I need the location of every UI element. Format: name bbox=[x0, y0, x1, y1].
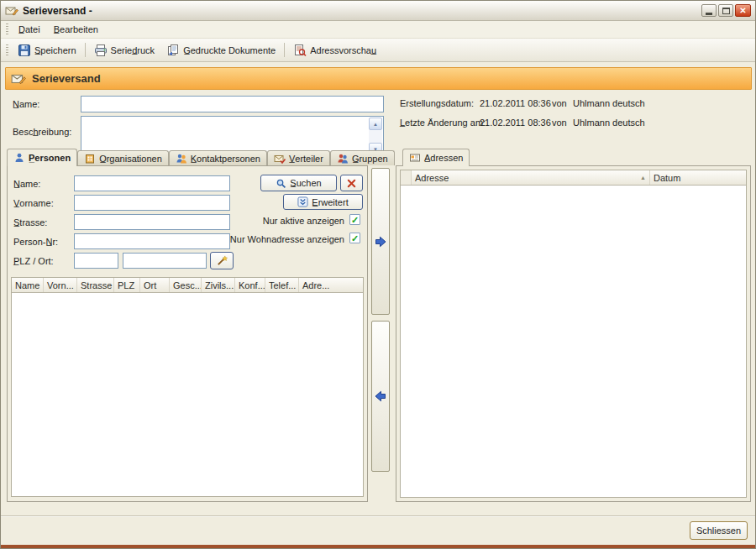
column-header-telefon[interactable]: Telef... bbox=[265, 278, 299, 292]
tab-verteiler-label: V̲erteiler bbox=[289, 154, 323, 164]
search-plz-input[interactable] bbox=[74, 253, 118, 269]
adresse-header-label: Adresse bbox=[415, 173, 449, 183]
groups-icon bbox=[337, 153, 349, 165]
modified-datetime: 21.02.2011 08:36 bbox=[480, 118, 551, 128]
menu-item-bearbeiten[interactable]: B̲earbeiten bbox=[47, 23, 105, 36]
tab-adressen-label: A̲dressen bbox=[424, 153, 463, 163]
search-ort-input[interactable] bbox=[123, 253, 207, 269]
minimize-button[interactable] bbox=[701, 4, 717, 17]
addresses-table-header: Adresse ▲ Datum bbox=[401, 170, 746, 186]
search-name-label: N̲ame: bbox=[13, 179, 40, 189]
speichern-button[interactable]: S̲peichern bbox=[12, 41, 82, 60]
tab-organisationen-label: O̲rganisationen bbox=[99, 154, 162, 164]
arrow-right-icon bbox=[374, 235, 387, 248]
column-header-strasse[interactable]: Strasse bbox=[77, 278, 114, 292]
tab-kontaktpersonen[interactable]: K̲ontaktpersonen bbox=[169, 150, 267, 165]
app-icon bbox=[5, 4, 18, 18]
column-header-adresse[interactable]: Adre... bbox=[299, 278, 363, 292]
titlebar: Serieversand - ✕ bbox=[1, 1, 755, 21]
serieversand-window: Serieversand - ✕ D̲atei B̲earbeiten S̲pe… bbox=[0, 0, 756, 549]
tab-gruppen[interactable]: G̲ruppen bbox=[330, 150, 395, 165]
menu-item-datei[interactable]: D̲atei bbox=[12, 23, 47, 36]
column-header-adresse[interactable]: Adresse ▲ bbox=[412, 170, 650, 185]
modified-by-label: von bbox=[552, 118, 567, 128]
erweitert-button[interactable]: E̲rweitert bbox=[283, 194, 363, 210]
created-row: Erstellungsdatum: 21.02.2011 08:36 von U… bbox=[1, 98, 755, 110]
footer-separator bbox=[1, 515, 755, 517]
clear-search-button[interactable] bbox=[340, 175, 363, 191]
tab-organisationen[interactable]: O̲rganisationen bbox=[77, 150, 169, 165]
maximize-button[interactable] bbox=[718, 4, 733, 17]
sort-ascending-icon: ▲ bbox=[638, 175, 646, 180]
column-header-plz[interactable]: PLZ bbox=[114, 278, 140, 292]
modified-row: L̲etzte Änderung am: 21.02.2011 08:36 vo… bbox=[1, 118, 755, 129]
column-header-ort[interactable]: Ort bbox=[140, 278, 170, 292]
wand-button[interactable] bbox=[210, 252, 234, 269]
check-icon: ✓ bbox=[351, 216, 359, 224]
column-header-zivilstand[interactable]: Zivils... bbox=[202, 278, 235, 292]
column-header-vorname[interactable]: Vorn... bbox=[44, 278, 77, 292]
search-plz-ort-label: P̲LZ / Ort: bbox=[13, 256, 54, 266]
schliessen-button[interactable]: Schliessen bbox=[690, 521, 748, 540]
tab-gruppen-label: G̲ruppen bbox=[352, 154, 388, 164]
column-header-konfession[interactable]: Konf... bbox=[235, 278, 265, 292]
persons-table-body[interactable] bbox=[12, 293, 363, 496]
search-person-nr-input[interactable] bbox=[74, 233, 230, 249]
nur-wohnadresse-label: Nur Wohnadresse anzeigen bbox=[230, 234, 344, 244]
contact-persons-icon bbox=[176, 153, 187, 165]
page-title: Serieversand bbox=[32, 72, 101, 85]
toolbar-separator bbox=[284, 43, 285, 57]
left-tabstrip: P̲ersonen O̲rganisationen K̲ontaktperson… bbox=[7, 149, 395, 166]
nur-aktive-checkbox[interactable]: ✓ bbox=[349, 214, 360, 225]
addresses-icon bbox=[409, 152, 421, 164]
created-user: Uhlmann deutsch bbox=[573, 98, 645, 108]
search-strasse-input[interactable] bbox=[74, 214, 230, 230]
adressvorschau-label: Adressvorschau̲ bbox=[310, 45, 376, 55]
tab-personen-label: P̲ersonen bbox=[29, 153, 71, 163]
check-icon: ✓ bbox=[351, 234, 359, 243]
menu-grip[interactable] bbox=[6, 24, 8, 35]
modified-user: Uhlmann deutsch bbox=[573, 118, 645, 128]
minimize-icon bbox=[706, 13, 712, 15]
move-left-button[interactable] bbox=[371, 321, 390, 472]
magnifier-icon bbox=[276, 178, 286, 189]
column-header-datum[interactable]: Datum bbox=[650, 170, 746, 185]
suchen-label: S̲uchen bbox=[290, 178, 321, 188]
modified-label: L̲etzte Änderung am: bbox=[400, 118, 486, 128]
addresses-table-body[interactable] bbox=[401, 186, 746, 497]
toolbar-grip[interactable] bbox=[6, 44, 8, 56]
printed-documents-icon bbox=[166, 44, 180, 57]
maximize-icon bbox=[722, 8, 730, 14]
schliessen-label: Schliessen bbox=[696, 525, 741, 536]
window-title: Serieversand - bbox=[23, 5, 700, 17]
created-by-label: von bbox=[552, 98, 567, 108]
nur-wohnadresse-checkbox[interactable]: ✓ bbox=[349, 233, 360, 243]
menubar: D̲atei B̲earbeiten bbox=[1, 21, 755, 39]
seriedruck-button[interactable]: Seried̲ruck bbox=[88, 41, 161, 60]
search-name-input[interactable] bbox=[74, 175, 230, 191]
addresses-table: Adresse ▲ Datum bbox=[400, 170, 747, 498]
close-icon: ✕ bbox=[739, 6, 746, 15]
page-header: Serieversand bbox=[5, 67, 752, 90]
close-button[interactable]: ✕ bbox=[735, 4, 751, 17]
gedruckte-dokumente-label: G̲edruckte Dokumente bbox=[183, 45, 276, 55]
tab-adressen[interactable]: A̲dressen bbox=[402, 149, 470, 166]
move-right-button[interactable] bbox=[371, 168, 390, 315]
tab-personen[interactable]: P̲ersonen bbox=[7, 149, 77, 166]
erweitert-label: E̲rweitert bbox=[312, 197, 348, 207]
addresses-panel: Adresse ▲ Datum bbox=[396, 165, 751, 502]
address-preview-icon bbox=[293, 44, 307, 57]
search-person-nr-label: Person-N̲r: bbox=[13, 237, 58, 247]
suchen-button[interactable]: S̲uchen bbox=[260, 175, 337, 191]
search-vorname-input[interactable] bbox=[74, 195, 230, 211]
serieversand-icon bbox=[11, 71, 26, 86]
adressvorschau-button[interactable]: Adressvorschau̲ bbox=[287, 41, 382, 60]
window-frame-bottom bbox=[1, 545, 755, 548]
gedruckte-dokumente-button[interactable]: G̲edruckte Dokumente bbox=[160, 41, 281, 60]
created-datetime: 21.02.2011 08:36 bbox=[480, 98, 551, 108]
column-header-name[interactable]: Name bbox=[12, 278, 44, 292]
search-vorname-label: V̲orname: bbox=[13, 198, 54, 208]
search-plz-ort-row: P̲LZ / Ort: bbox=[8, 253, 367, 270]
column-header-geschlecht[interactable]: Gesc... bbox=[170, 278, 202, 292]
tab-verteiler[interactable]: V̲erteiler bbox=[267, 150, 330, 165]
